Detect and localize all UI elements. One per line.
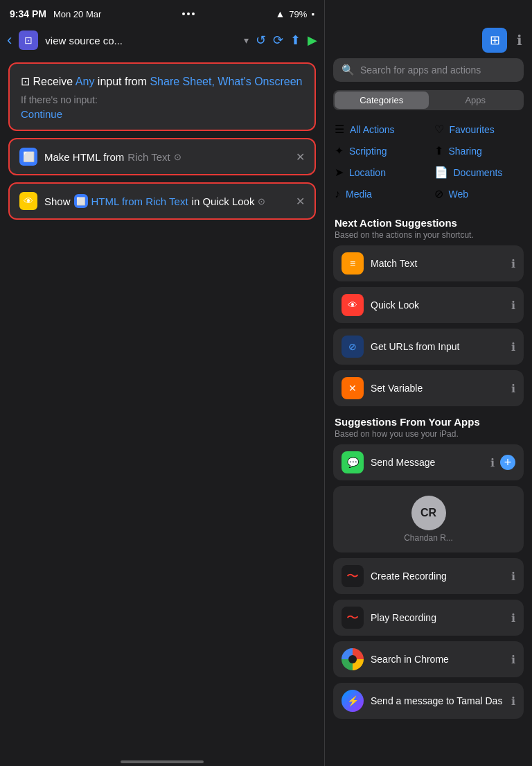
location-icon: ➤ [335,166,344,179]
show-param-icon: ⬜ [74,194,88,208]
seg-control: Categories Apps [333,90,524,110]
get-urls-row[interactable]: ⊘ Get URLs from Input ℹ [333,329,524,365]
documents-label: Documents [454,167,503,178]
play-recording-icon: 〜 [342,607,364,629]
make-html-content: ⬜ Make HTML from Rich Text ⊙ [19,148,290,166]
match-text-info-icon[interactable]: ℹ [511,257,515,270]
battery-indicator: 79% [289,9,307,19]
show-chevron-icon[interactable]: ⊙ [258,196,265,207]
search-bar[interactable]: 🔍 Search for apps and actions [333,58,524,82]
play-recording-glyph: 〜 [346,609,359,626]
make-param[interactable]: Rich Text [127,151,170,163]
favicon-icon: ⊡ [19,31,38,50]
web-item[interactable]: ⊘ Web [434,184,523,203]
make-html-block[interactable]: ⬜ Make HTML from Rich Text ⊙ ✕ [8,138,316,175]
search-chrome-row[interactable]: Search in Chrome ℹ [333,641,524,677]
documents-item[interactable]: 📄 Documents [434,163,523,182]
all-actions-icon: ☰ [335,123,344,136]
nav-refresh-icon[interactable]: ↺ [256,33,266,48]
location-label: Location [349,167,386,178]
location-item[interactable]: ➤ Location [335,163,423,182]
show-close-icon[interactable]: ✕ [296,195,305,208]
receive-block[interactable]: ⊡ Receive Any input from Share Sheet, Wh… [8,62,316,131]
nav-bar: ‹ ⊡ view source co... ▾ ↺ ⟳ ⬆ ▶ [0,25,324,55]
make-html-icon: ⬜ [19,148,37,166]
avatar-container: CR Chandan R... [342,496,515,543]
media-item[interactable]: ♪ Media [335,184,423,203]
messages-icon: 💬 [342,451,364,473]
seg-apps-button[interactable]: Apps [429,92,523,109]
create-recording-info-icon[interactable]: ℹ [511,570,515,583]
search-placeholder[interactable]: Search for apps and actions [360,64,481,76]
get-urls-icon: ⊘ [342,336,364,358]
set-variable-row[interactable]: ✕ Set Variable ℹ [333,370,524,406]
send-tamal-row[interactable]: ⚡ Send a message to Tamal Das ℹ [333,683,524,719]
status-bar: 9:34 PM Mon 20 Mar ▲ 79% ▪ [0,0,324,25]
search-chrome-info-icon[interactable]: ℹ [511,653,515,666]
send-message-actions: ℹ + [490,455,515,470]
create-recording-icon: 〜 [342,565,364,587]
nav-play-icon[interactable]: ▶ [308,33,317,48]
chrome-icon [342,648,364,670]
messenger-glyph: ⚡ [347,695,359,706]
quick-look-info-icon[interactable]: ℹ [511,299,515,312]
make-label: Make HTML from [44,151,124,163]
send-message-label: Send Message [371,457,490,468]
receive-any[interactable]: Any [76,76,98,87]
quick-look-icon: 👁 [342,294,364,316]
make-chevron-icon[interactable]: ⊙ [174,152,181,162]
send-tamal-info-icon[interactable]: ℹ [511,695,515,708]
sharing-item[interactable]: ⬆ Sharing [434,141,523,160]
scripting-item[interactable]: ✦ Scripting [335,141,423,160]
actions-grid: ☰ All Actions ♡ Favourites ✦ Scripting ⬆… [325,120,532,213]
set-variable-icon: ✕ [342,377,364,399]
right-scroll[interactable]: ☰ All Actions ♡ Favourites ✦ Scripting ⬆… [325,120,532,766]
nav-chevron-icon[interactable]: ▾ [244,35,249,46]
show-text: Show ⬜ HTML from Rich Text in Quick Look… [44,194,265,208]
get-urls-icon-glyph: ⊘ [348,341,357,352]
make-html-text: Make HTML from Rich Text ⊙ [44,151,181,163]
match-text-icon-glyph: ≡ [350,258,355,269]
avatar-circle: CR [411,496,446,530]
quick-look-label: Quick Look [371,299,511,311]
send-message-add-icon[interactable]: + [500,455,515,470]
seg-categories-button[interactable]: Categories [335,92,429,109]
make-close-icon[interactable]: ✕ [296,150,305,164]
receive-label: Receive [33,76,75,87]
create-recording-glyph: 〜 [346,568,359,584]
set-variable-icon-glyph: ✕ [348,383,357,394]
all-actions-item[interactable]: ☰ All Actions [335,120,423,139]
nav-forward-icon[interactable]: ⟳ [273,33,283,48]
status-time: 9:34 PM [10,8,46,19]
scripting-icon: ✦ [335,144,344,157]
quick-look-row[interactable]: 👁 Quick Look ℹ [333,287,524,323]
nav-share-icon[interactable]: ⬆ [290,33,301,48]
right-header: ⊞ ℹ [325,0,532,58]
match-text-row[interactable]: ≡ Match Text ℹ [333,245,524,281]
info-button[interactable]: ℹ [517,32,522,49]
favourites-icon: ♡ [434,123,444,136]
sharing-label: Sharing [449,146,482,157]
favourites-label: Favourites [450,124,495,135]
set-variable-info-icon[interactable]: ℹ [511,382,515,395]
play-recording-info-icon[interactable]: ℹ [511,611,515,625]
create-recording-row[interactable]: 〜 Create Recording ℹ [333,558,524,594]
receive-continue-button[interactable]: Continue [21,108,303,120]
show-param[interactable]: HTML from Rich Text [91,195,188,207]
set-variable-label: Set Variable [371,383,511,394]
favourites-item[interactable]: ♡ Favourites [434,120,523,139]
match-text-label: Match Text [371,258,511,269]
receive-input-from: input from [98,76,150,87]
show-block[interactable]: 👁 Show ⬜ HTML from Rich Text in Quick Lo… [8,182,316,220]
send-message-row[interactable]: 💬 Send Message ℹ + [333,444,524,480]
add-action-button[interactable]: ⊞ [482,28,507,53]
create-recording-label: Create Recording [371,571,511,582]
back-button[interactable]: ‹ [7,31,12,49]
get-urls-info-icon[interactable]: ℹ [511,340,515,354]
send-message-info-icon[interactable]: ℹ [490,456,495,469]
messenger-icon: ⚡ [342,690,364,712]
play-recording-row[interactable]: 〜 Play Recording ℹ [333,600,524,636]
receive-sources[interactable]: Share Sheet, What's Onscreen [150,76,302,87]
show-icon: 👁 [19,192,37,210]
avatar-row[interactable]: CR Chandan R... [333,486,524,552]
